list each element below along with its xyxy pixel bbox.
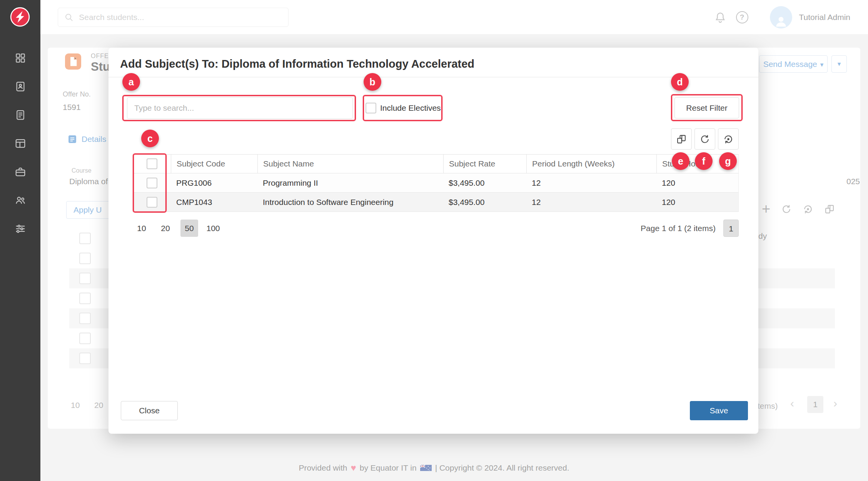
revert-button[interactable]	[718, 128, 739, 150]
grid-toolbar	[671, 128, 739, 150]
refresh-icon	[699, 134, 710, 145]
table-row: CMP1043 Introduction to Software Enginee…	[133, 193, 739, 212]
col-subject-name[interactable]: Subject Name	[257, 155, 443, 173]
sidebar-item-people[interactable]	[15, 195, 26, 206]
close-button[interactable]: Close	[121, 401, 178, 420]
sidebar-item-dashboard[interactable]	[15, 52, 26, 64]
row-select-cell	[133, 193, 171, 211]
table-header-row: Subject Code Subject Name Subject Rate P…	[133, 154, 739, 173]
briefcase-icon	[15, 166, 26, 178]
divider	[108, 77, 758, 77]
cell-subject-name: Introduction to Software Engineering	[257, 193, 443, 211]
app-logo[interactable]	[10, 7, 30, 27]
cell-period-length: 12	[526, 193, 656, 211]
col-period-length[interactable]: Period Length (Weeks)	[526, 155, 656, 173]
cell-subject-name: Programming II	[257, 173, 443, 192]
sidebar-item-courses[interactable]	[15, 138, 26, 149]
cell-subject-rate: $3,495.00	[443, 173, 526, 192]
sliders-icon	[15, 223, 26, 235]
annotation-badge-d: d	[671, 73, 689, 91]
dashboard-icon	[15, 52, 26, 64]
include-electives-checkbox[interactable]	[366, 103, 376, 113]
add-subjects-dialog: Add Subject(s) To: Diploma of Informatio…	[108, 48, 758, 434]
sidebar-item-settings[interactable]	[15, 223, 26, 235]
row-select-cell	[133, 173, 171, 192]
cell-subject-code: CMP1043	[171, 193, 257, 211]
page-size-100[interactable]: 100	[204, 220, 222, 237]
subject-search-box	[127, 97, 353, 119]
screen: ? Tutorial Admin OFFE Stu Offer No. 1591…	[0, 0, 868, 481]
page-size-10[interactable]: 10	[133, 220, 150, 237]
sidebar	[0, 0, 40, 481]
cell-period-length: 12	[526, 173, 656, 192]
column-chooser-icon	[676, 134, 687, 145]
annotation-badge-b: b	[364, 73, 381, 91]
page-1-button[interactable]: 1	[723, 220, 739, 237]
sidebar-item-documents[interactable]	[15, 109, 26, 121]
layout-icon	[15, 138, 26, 149]
page-size-20[interactable]: 20	[157, 220, 174, 237]
table-row: PRG1006 Programming II $3,495.00 12 120	[133, 173, 739, 193]
refresh-button[interactable]	[694, 128, 715, 150]
row-checkbox[interactable]	[147, 178, 157, 188]
subjects-table: Subject Code Subject Name Subject Rate P…	[133, 154, 739, 212]
select-all-cell	[133, 155, 171, 173]
sidebar-item-contacts[interactable]	[15, 81, 26, 92]
cell-study-hours: 120	[656, 193, 739, 211]
pagination: Page 1 of 1 (2 items) 1	[641, 220, 739, 237]
logo-icon	[10, 7, 30, 27]
page-size-selector: 10 20 50 100	[133, 220, 222, 237]
column-chooser-button[interactable]	[671, 128, 692, 150]
col-subject-code[interactable]: Subject Code	[171, 155, 257, 173]
select-all-checkbox[interactable]	[147, 158, 157, 169]
address-book-icon	[15, 81, 26, 92]
people-icon	[15, 195, 26, 206]
document-icon	[15, 109, 26, 121]
cell-subject-rate: $3,495.00	[443, 193, 526, 211]
cell-study-hours: 120	[656, 173, 739, 192]
save-button[interactable]: Save	[690, 401, 748, 420]
reset-filter-button[interactable]: Reset Filter	[674, 97, 739, 118]
revert-icon	[723, 134, 734, 145]
col-study-hours[interactable]: Study Hours	[656, 155, 739, 173]
dialog-title: Add Subject(s) To: Diploma of Informatio…	[120, 58, 474, 70]
col-subject-rate[interactable]: Subject Rate	[443, 155, 526, 173]
include-electives-label: Include Electives	[380, 103, 441, 113]
sidebar-nav	[0, 52, 40, 235]
sidebar-item-jobs[interactable]	[15, 166, 26, 178]
row-checkbox[interactable]	[147, 197, 157, 208]
include-electives: Include Electives	[366, 103, 441, 113]
annotation-badge-a: a	[122, 73, 140, 91]
page-size-50-selected[interactable]: 50	[180, 220, 198, 237]
page-info: Page 1 of 1 (2 items)	[641, 224, 716, 233]
subject-search-input[interactable]	[127, 98, 352, 118]
annotation-badge-c: c	[141, 130, 159, 147]
cell-subject-code: PRG1006	[171, 173, 257, 192]
